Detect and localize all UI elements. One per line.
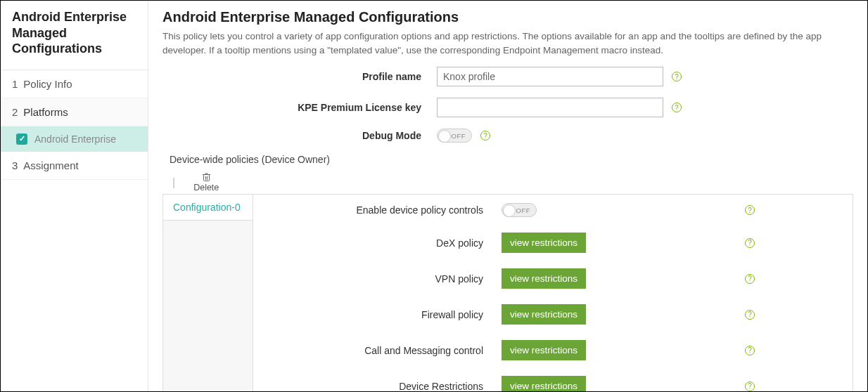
step-label: Policy Info	[23, 78, 72, 90]
input-license-key[interactable]	[437, 98, 663, 117]
toolbar-separator: |	[172, 176, 175, 189]
view-restrictions-button[interactable]: view restrictions	[502, 233, 586, 253]
help-icon[interactable]: ?	[672, 72, 682, 81]
sidebar-step-policy-info[interactable]: 1 Policy Info	[1, 70, 148, 98]
label-license-key: KPE Premium License key	[162, 102, 437, 113]
help-icon[interactable]: ?	[480, 131, 490, 141]
config-body: Enable device policy controls OFF ? DeX …	[253, 195, 853, 391]
help-icon[interactable]: ?	[745, 274, 755, 284]
label-profile-name: Profile name	[162, 71, 437, 82]
row-license-key: KPE Premium License key ?	[162, 98, 853, 117]
help-icon[interactable]: ?	[745, 381, 755, 391]
main-content: Android Enterprise Managed Configuration…	[148, 1, 867, 391]
step-number: 2	[12, 106, 18, 118]
delete-button[interactable]: Delete	[193, 172, 219, 192]
label-debug-mode: Debug Mode	[162, 130, 437, 141]
page-title: Android Enterprise Managed Configuration…	[162, 9, 853, 25]
sidebar-step-platforms[interactable]: 2 Platforms	[1, 98, 148, 126]
trash-icon	[202, 172, 211, 182]
help-icon[interactable]: ?	[745, 346, 755, 355]
toggle-enable-controls[interactable]: OFF	[502, 203, 537, 217]
row-profile-name: Profile name ?	[162, 67, 853, 86]
cfg-label: DeX policy	[266, 237, 502, 249]
sidebar-substep-android-enterprise[interactable]: ✓ Android Enterprise	[1, 126, 148, 152]
cfg-label: VPN policy	[266, 273, 502, 285]
sidebar-step-assignment[interactable]: 3 Assignment	[1, 152, 148, 180]
view-restrictions-button[interactable]: view restrictions	[502, 340, 586, 360]
substep-label: Android Enterprise	[34, 133, 116, 145]
help-icon[interactable]: ?	[745, 205, 755, 215]
cfg-row-call-messaging: Call and Messaging control view restrict…	[266, 340, 840, 360]
svg-rect-0	[203, 175, 209, 181]
config-tab-list: Configuration-0	[163, 195, 253, 391]
cfg-label: Call and Messaging control	[266, 345, 502, 356]
page-description: This policy lets you control a variety o…	[162, 30, 853, 57]
step-label: Platforms	[23, 106, 68, 118]
config-tab-0[interactable]: Configuration-0	[163, 195, 253, 221]
cfg-label: Device Restrictions	[266, 381, 502, 391]
step-number: 3	[12, 159, 18, 171]
help-icon[interactable]: ?	[745, 310, 755, 320]
sidebar: Android Enterprise Managed Configuration…	[1, 1, 148, 391]
toggle-debug-mode[interactable]: OFF	[437, 129, 472, 143]
input-profile-name[interactable]	[437, 67, 663, 86]
sidebar-title: Android Enterprise Managed Configuration…	[1, 1, 148, 70]
cfg-row-vpn-policy: VPN policy view restrictions ?	[266, 268, 840, 289]
cfg-row-device-restrictions: Device Restrictions view restrictions ?	[266, 376, 840, 391]
cfg-row-dex-policy: DeX policy view restrictions ?	[266, 233, 840, 253]
app-frame: Android Enterprise Managed Configuration…	[0, 0, 868, 392]
help-icon[interactable]: ?	[745, 238, 755, 248]
step-number: 1	[12, 78, 18, 90]
checkbox-checked-icon: ✓	[16, 133, 27, 145]
cfg-label: Firewall policy	[266, 309, 502, 320]
view-restrictions-button[interactable]: view restrictions	[502, 376, 586, 391]
cfg-row-firewall-policy: Firewall policy view restrictions ?	[266, 304, 840, 325]
delete-label: Delete	[193, 183, 219, 192]
view-restrictions-button[interactable]: view restrictions	[502, 268, 586, 289]
cfg-label: Enable device policy controls	[266, 204, 502, 216]
cfg-row-enable-controls: Enable device policy controls OFF ?	[266, 203, 840, 217]
section-device-wide-label: Device-wide policies (Device Owner)	[170, 154, 853, 165]
config-panel: Configuration-0 Enable device policy con…	[162, 194, 853, 391]
view-restrictions-button[interactable]: view restrictions	[502, 304, 586, 325]
config-toolbar: | Delete	[162, 172, 853, 194]
help-icon[interactable]: ?	[672, 103, 682, 112]
row-debug-mode: Debug Mode OFF ?	[162, 129, 853, 143]
step-label: Assignment	[23, 159, 78, 171]
